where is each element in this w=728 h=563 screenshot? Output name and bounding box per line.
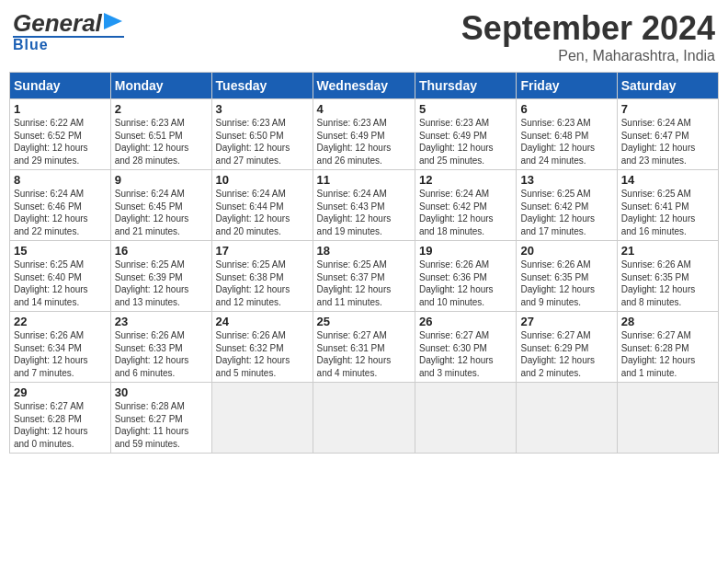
day-number: 16 bbox=[115, 244, 208, 258]
calendar-cell: 28Sunrise: 6:27 AM Sunset: 6:28 PM Dayli… bbox=[617, 312, 718, 383]
calendar-cell: 1Sunrise: 6:22 AM Sunset: 6:52 PM Daylig… bbox=[10, 99, 111, 170]
day-info: Sunrise: 6:25 AM Sunset: 6:40 PM Dayligh… bbox=[14, 259, 107, 308]
day-info: Sunrise: 6:23 AM Sunset: 6:48 PM Dayligh… bbox=[520, 117, 612, 167]
logo-general: General bbox=[13, 11, 102, 35]
calendar-cell: 13Sunrise: 6:25 AM Sunset: 6:42 PM Dayli… bbox=[517, 170, 617, 241]
day-number: 28 bbox=[621, 315, 714, 328]
day-number: 4 bbox=[317, 102, 411, 116]
day-info: Sunrise: 6:25 AM Sunset: 6:38 PM Dayligh… bbox=[216, 259, 309, 308]
day-number: 22 bbox=[14, 315, 107, 328]
calendar-cell: 18Sunrise: 6:25 AM Sunset: 6:37 PM Dayli… bbox=[313, 241, 415, 312]
day-number: 30 bbox=[115, 385, 208, 399]
day-number: 2 bbox=[115, 102, 208, 116]
day-number: 18 bbox=[317, 244, 411, 258]
calendar-cell: 5Sunrise: 6:23 AM Sunset: 6:49 PM Daylig… bbox=[415, 99, 516, 170]
day-info: Sunrise: 6:23 AM Sunset: 6:51 PM Dayligh… bbox=[115, 117, 208, 167]
weekday-header: Sunday bbox=[10, 73, 111, 99]
day-info: Sunrise: 6:27 AM Sunset: 6:28 PM Dayligh… bbox=[14, 400, 107, 450]
day-info: Sunrise: 6:23 AM Sunset: 6:49 PM Dayligh… bbox=[419, 117, 512, 167]
day-number: 5 bbox=[419, 102, 512, 116]
day-number: 26 bbox=[419, 315, 512, 328]
calendar-week-row: 29Sunrise: 6:27 AM Sunset: 6:28 PM Dayli… bbox=[10, 383, 719, 454]
day-info: Sunrise: 6:27 AM Sunset: 6:29 PM Dayligh… bbox=[520, 329, 612, 379]
day-number: 3 bbox=[216, 102, 309, 116]
calendar-week-row: 15Sunrise: 6:25 AM Sunset: 6:40 PM Dayli… bbox=[10, 241, 719, 312]
weekday-header: Monday bbox=[110, 73, 211, 99]
calendar-cell: 15Sunrise: 6:25 AM Sunset: 6:40 PM Dayli… bbox=[10, 241, 111, 312]
day-number: 19 bbox=[419, 244, 512, 258]
calendar-week-row: 1Sunrise: 6:22 AM Sunset: 6:52 PM Daylig… bbox=[10, 99, 719, 170]
calendar-cell: 17Sunrise: 6:25 AM Sunset: 6:38 PM Dayli… bbox=[211, 241, 313, 312]
day-info: Sunrise: 6:27 AM Sunset: 6:31 PM Dayligh… bbox=[317, 329, 411, 379]
calendar-cell bbox=[415, 383, 516, 454]
calendar-cell: 3Sunrise: 6:23 AM Sunset: 6:50 PM Daylig… bbox=[211, 99, 313, 170]
weekday-header: Saturday bbox=[617, 73, 718, 99]
day-number: 12 bbox=[419, 173, 512, 187]
calendar-cell: 24Sunrise: 6:26 AM Sunset: 6:32 PM Dayli… bbox=[211, 312, 313, 383]
day-number: 11 bbox=[317, 173, 411, 187]
day-number: 14 bbox=[621, 173, 714, 187]
day-info: Sunrise: 6:22 AM Sunset: 6:52 PM Dayligh… bbox=[14, 117, 107, 167]
page-header: General Blue September 2024 Pen, Maharas… bbox=[9, 9, 719, 64]
day-info: Sunrise: 6:26 AM Sunset: 6:35 PM Dayligh… bbox=[520, 259, 612, 308]
day-info: Sunrise: 6:25 AM Sunset: 6:41 PM Dayligh… bbox=[621, 188, 714, 237]
day-info: Sunrise: 6:26 AM Sunset: 6:34 PM Dayligh… bbox=[14, 329, 107, 379]
title-area: September 2024 Pen, Maharashtra, India bbox=[461, 9, 715, 64]
day-number: 10 bbox=[216, 173, 309, 187]
day-info: Sunrise: 6:24 AM Sunset: 6:43 PM Dayligh… bbox=[317, 188, 411, 237]
day-info: Sunrise: 6:25 AM Sunset: 6:42 PM Dayligh… bbox=[520, 188, 612, 237]
weekday-header: Wednesday bbox=[313, 73, 415, 99]
calendar-cell: 16Sunrise: 6:25 AM Sunset: 6:39 PM Dayli… bbox=[110, 241, 211, 312]
calendar-cell bbox=[517, 383, 617, 454]
calendar-cell: 14Sunrise: 6:25 AM Sunset: 6:41 PM Dayli… bbox=[617, 170, 718, 241]
calendar-cell: 25Sunrise: 6:27 AM Sunset: 6:31 PM Dayli… bbox=[313, 312, 415, 383]
day-info: Sunrise: 6:28 AM Sunset: 6:27 PM Dayligh… bbox=[115, 400, 208, 450]
logo: General Blue bbox=[13, 9, 124, 52]
day-number: 27 bbox=[520, 315, 612, 328]
day-number: 1 bbox=[14, 102, 107, 116]
calendar-week-row: 8Sunrise: 6:24 AM Sunset: 6:46 PM Daylig… bbox=[10, 170, 719, 241]
day-info: Sunrise: 6:24 AM Sunset: 6:44 PM Dayligh… bbox=[216, 188, 309, 237]
calendar-cell bbox=[211, 383, 313, 454]
calendar-cell: 22Sunrise: 6:26 AM Sunset: 6:34 PM Dayli… bbox=[10, 312, 111, 383]
calendar-cell: 21Sunrise: 6:26 AM Sunset: 6:35 PM Dayli… bbox=[617, 241, 718, 312]
calendar-cell: 11Sunrise: 6:24 AM Sunset: 6:43 PM Dayli… bbox=[313, 170, 415, 241]
calendar-cell: 10Sunrise: 6:24 AM Sunset: 6:44 PM Dayli… bbox=[211, 170, 313, 241]
day-info: Sunrise: 6:27 AM Sunset: 6:30 PM Dayligh… bbox=[419, 329, 512, 379]
calendar-cell: 26Sunrise: 6:27 AM Sunset: 6:30 PM Dayli… bbox=[415, 312, 516, 383]
calendar-cell: 20Sunrise: 6:26 AM Sunset: 6:35 PM Dayli… bbox=[517, 241, 617, 312]
calendar-cell: 30Sunrise: 6:28 AM Sunset: 6:27 PM Dayli… bbox=[110, 383, 211, 454]
day-number: 15 bbox=[14, 244, 107, 258]
day-number: 6 bbox=[520, 102, 612, 116]
calendar-cell: 19Sunrise: 6:26 AM Sunset: 6:36 PM Dayli… bbox=[415, 241, 516, 312]
weekday-header-row: SundayMondayTuesdayWednesdayThursdayFrid… bbox=[10, 73, 719, 99]
day-number: 20 bbox=[520, 244, 612, 258]
day-number: 24 bbox=[216, 315, 309, 328]
calendar: SundayMondayTuesdayWednesdayThursdayFrid… bbox=[9, 72, 719, 454]
day-number: 21 bbox=[621, 244, 714, 258]
day-info: Sunrise: 6:24 AM Sunset: 6:45 PM Dayligh… bbox=[115, 188, 208, 237]
calendar-cell: 4Sunrise: 6:23 AM Sunset: 6:49 PM Daylig… bbox=[313, 99, 415, 170]
day-info: Sunrise: 6:25 AM Sunset: 6:37 PM Dayligh… bbox=[317, 259, 411, 308]
location: Pen, Maharashtra, India bbox=[461, 48, 715, 64]
day-info: Sunrise: 6:23 AM Sunset: 6:50 PM Dayligh… bbox=[216, 117, 309, 167]
day-number: 13 bbox=[520, 173, 612, 187]
calendar-week-row: 22Sunrise: 6:26 AM Sunset: 6:34 PM Dayli… bbox=[10, 312, 719, 383]
logo-arrow-icon bbox=[104, 11, 124, 31]
day-number: 29 bbox=[14, 385, 107, 399]
weekday-header: Tuesday bbox=[211, 73, 313, 99]
calendar-cell: 12Sunrise: 6:24 AM Sunset: 6:42 PM Dayli… bbox=[415, 170, 516, 241]
calendar-cell: 2Sunrise: 6:23 AM Sunset: 6:51 PM Daylig… bbox=[110, 99, 211, 170]
day-info: Sunrise: 6:23 AM Sunset: 6:49 PM Dayligh… bbox=[317, 117, 411, 167]
day-info: Sunrise: 6:26 AM Sunset: 6:36 PM Dayligh… bbox=[419, 259, 512, 308]
calendar-cell: 29Sunrise: 6:27 AM Sunset: 6:28 PM Dayli… bbox=[10, 383, 111, 454]
day-info: Sunrise: 6:26 AM Sunset: 6:33 PM Dayligh… bbox=[115, 329, 208, 379]
day-info: Sunrise: 6:27 AM Sunset: 6:28 PM Dayligh… bbox=[621, 329, 714, 379]
calendar-cell bbox=[313, 383, 415, 454]
calendar-cell: 27Sunrise: 6:27 AM Sunset: 6:29 PM Dayli… bbox=[517, 312, 617, 383]
weekday-header: Thursday bbox=[415, 73, 516, 99]
day-info: Sunrise: 6:25 AM Sunset: 6:39 PM Dayligh… bbox=[115, 259, 208, 308]
day-info: Sunrise: 6:24 AM Sunset: 6:46 PM Dayligh… bbox=[14, 188, 107, 237]
day-number: 25 bbox=[317, 315, 411, 328]
day-number: 17 bbox=[216, 244, 309, 258]
